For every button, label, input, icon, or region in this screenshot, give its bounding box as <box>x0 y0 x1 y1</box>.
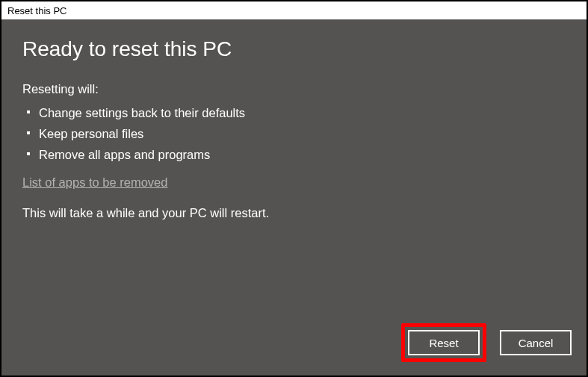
titlebar: Reset this PC <box>1 1 587 19</box>
page-heading: Ready to reset this PC <box>22 37 566 61</box>
list-item: Change settings back to their defaults <box>22 102 566 123</box>
reset-pc-dialog: Reset this PC Ready to reset this PC Res… <box>0 0 588 377</box>
dialog-buttons: Reset Cancel <box>401 323 572 362</box>
restart-info: This will take a while and your PC will … <box>22 206 566 220</box>
window-title: Reset this PC <box>7 5 66 16</box>
resetting-will-label: Resetting will: <box>22 82 566 96</box>
dialog-content: Ready to reset this PC Resetting will: C… <box>1 19 587 376</box>
reset-actions-list: Change settings back to their defaults K… <box>22 102 566 165</box>
cancel-button[interactable]: Cancel <box>500 330 572 355</box>
list-of-apps-link[interactable]: List of apps to be removed <box>22 175 566 190</box>
list-item: Remove all apps and programs <box>22 144 566 165</box>
list-item: Keep personal files <box>22 123 566 144</box>
reset-button-highlight: Reset <box>401 323 486 362</box>
reset-button[interactable]: Reset <box>408 330 480 355</box>
